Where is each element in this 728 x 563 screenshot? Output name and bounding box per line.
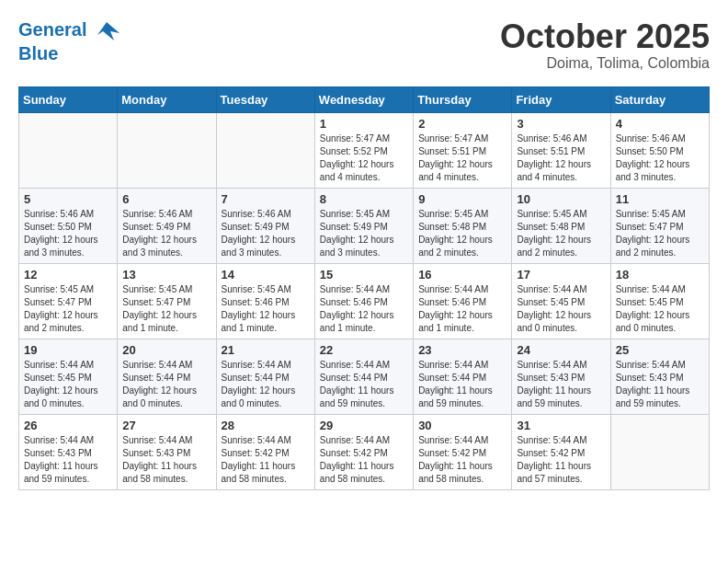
day-info: Sunrise: 5:44 AM Sunset: 5:42 PM Dayligh… bbox=[517, 434, 605, 486]
day-number: 14 bbox=[222, 268, 310, 282]
calendar-cell: 7Sunrise: 5:46 AM Sunset: 5:49 PM Daylig… bbox=[216, 188, 314, 263]
calendar-cell: 14Sunrise: 5:45 AM Sunset: 5:46 PM Dayli… bbox=[216, 263, 314, 339]
weekday-header-row: SundayMondayTuesdayWednesdayThursdayFrid… bbox=[19, 86, 710, 112]
calendar-cell: 19Sunrise: 5:44 AM Sunset: 5:45 PM Dayli… bbox=[19, 339, 118, 414]
weekday-header-sunday: Sunday bbox=[19, 86, 118, 112]
calendar-cell: 23Sunrise: 5:44 AM Sunset: 5:44 PM Dayli… bbox=[414, 339, 512, 414]
weekday-header-saturday: Saturday bbox=[610, 86, 709, 112]
day-info: Sunrise: 5:44 AM Sunset: 5:45 PM Dayligh… bbox=[517, 283, 605, 335]
day-number: 8 bbox=[320, 192, 408, 206]
title-block: October 2025 Doima, Tolima, Colombia bbox=[500, 18, 710, 72]
weekday-header-wednesday: Wednesday bbox=[314, 86, 413, 112]
calendar-cell: 17Sunrise: 5:44 AM Sunset: 5:45 PM Dayli… bbox=[512, 263, 610, 339]
day-info: Sunrise: 5:46 AM Sunset: 5:49 PM Dayligh… bbox=[122, 208, 210, 259]
calendar-cell: 5Sunrise: 5:46 AM Sunset: 5:50 PM Daylig… bbox=[19, 188, 118, 263]
day-info: Sunrise: 5:45 AM Sunset: 5:48 PM Dayligh… bbox=[418, 208, 506, 259]
day-number: 18 bbox=[616, 268, 704, 282]
day-info: Sunrise: 5:47 AM Sunset: 5:52 PM Dayligh… bbox=[320, 132, 408, 184]
day-number: 22 bbox=[320, 343, 408, 357]
day-number: 30 bbox=[418, 419, 506, 432]
calendar-cell: 10Sunrise: 5:45 AM Sunset: 5:48 PM Dayli… bbox=[512, 188, 610, 263]
calendar-cell: 20Sunrise: 5:44 AM Sunset: 5:44 PM Dayli… bbox=[118, 339, 216, 414]
day-info: Sunrise: 5:44 AM Sunset: 5:46 PM Dayligh… bbox=[418, 283, 506, 335]
month-title: October 2025 bbox=[500, 18, 710, 55]
calendar-cell bbox=[610, 414, 709, 489]
day-info: Sunrise: 5:44 AM Sunset: 5:43 PM Dayligh… bbox=[616, 359, 704, 410]
day-number: 23 bbox=[418, 343, 506, 357]
day-number: 10 bbox=[517, 192, 605, 206]
day-number: 2 bbox=[418, 117, 506, 131]
day-number: 15 bbox=[320, 268, 408, 282]
calendar-week-row: 19Sunrise: 5:44 AM Sunset: 5:45 PM Dayli… bbox=[19, 339, 710, 414]
calendar-cell: 29Sunrise: 5:44 AM Sunset: 5:42 PM Dayli… bbox=[314, 414, 413, 489]
page-header: General Blue October 2025 Doima, Tolima,… bbox=[18, 18, 710, 72]
day-number: 5 bbox=[24, 192, 112, 206]
day-info: Sunrise: 5:44 AM Sunset: 5:42 PM Dayligh… bbox=[222, 434, 310, 486]
day-info: Sunrise: 5:45 AM Sunset: 5:47 PM Dayligh… bbox=[24, 283, 112, 335]
day-info: Sunrise: 5:44 AM Sunset: 5:42 PM Dayligh… bbox=[418, 434, 506, 486]
day-number: 4 bbox=[616, 117, 704, 131]
day-info: Sunrise: 5:44 AM Sunset: 5:44 PM Dayligh… bbox=[418, 359, 506, 410]
day-number: 20 bbox=[122, 343, 210, 357]
calendar-cell: 30Sunrise: 5:44 AM Sunset: 5:42 PM Dayli… bbox=[414, 414, 512, 489]
day-info: Sunrise: 5:44 AM Sunset: 5:44 PM Dayligh… bbox=[222, 359, 310, 410]
day-info: Sunrise: 5:44 AM Sunset: 5:43 PM Dayligh… bbox=[122, 434, 210, 486]
day-info: Sunrise: 5:44 AM Sunset: 5:43 PM Dayligh… bbox=[517, 359, 605, 410]
day-info: Sunrise: 5:46 AM Sunset: 5:50 PM Dayligh… bbox=[24, 208, 112, 259]
calendar-cell: 11Sunrise: 5:45 AM Sunset: 5:47 PM Dayli… bbox=[610, 188, 709, 263]
calendar-cell bbox=[118, 112, 216, 188]
day-number: 24 bbox=[517, 343, 605, 357]
calendar-cell: 4Sunrise: 5:46 AM Sunset: 5:50 PM Daylig… bbox=[610, 112, 709, 188]
logo-general: General bbox=[18, 19, 86, 40]
logo-blue: Blue bbox=[18, 44, 119, 63]
day-info: Sunrise: 5:46 AM Sunset: 5:51 PM Dayligh… bbox=[517, 132, 605, 184]
day-number: 28 bbox=[222, 419, 310, 432]
calendar-cell: 16Sunrise: 5:44 AM Sunset: 5:46 PM Dayli… bbox=[414, 263, 512, 339]
day-info: Sunrise: 5:44 AM Sunset: 5:44 PM Dayligh… bbox=[122, 359, 210, 410]
calendar-cell: 24Sunrise: 5:44 AM Sunset: 5:43 PM Dayli… bbox=[512, 339, 610, 414]
day-number: 6 bbox=[122, 192, 210, 206]
calendar-cell: 25Sunrise: 5:44 AM Sunset: 5:43 PM Dayli… bbox=[610, 339, 709, 414]
day-number: 31 bbox=[517, 419, 605, 432]
calendar-cell bbox=[19, 112, 118, 188]
day-number: 19 bbox=[24, 343, 112, 357]
day-info: Sunrise: 5:47 AM Sunset: 5:51 PM Dayligh… bbox=[418, 132, 506, 184]
day-number: 9 bbox=[418, 192, 506, 206]
day-info: Sunrise: 5:45 AM Sunset: 5:46 PM Dayligh… bbox=[222, 283, 310, 335]
day-number: 1 bbox=[320, 117, 408, 131]
day-info: Sunrise: 5:44 AM Sunset: 5:42 PM Dayligh… bbox=[320, 434, 408, 486]
day-info: Sunrise: 5:46 AM Sunset: 5:50 PM Dayligh… bbox=[616, 132, 704, 184]
calendar-cell: 22Sunrise: 5:44 AM Sunset: 5:44 PM Dayli… bbox=[314, 339, 413, 414]
day-info: Sunrise: 5:44 AM Sunset: 5:45 PM Dayligh… bbox=[24, 359, 112, 410]
calendar-cell: 12Sunrise: 5:45 AM Sunset: 5:47 PM Dayli… bbox=[19, 263, 118, 339]
weekday-header-thursday: Thursday bbox=[414, 86, 512, 112]
day-info: Sunrise: 5:44 AM Sunset: 5:45 PM Dayligh… bbox=[616, 283, 704, 335]
calendar-cell: 2Sunrise: 5:47 AM Sunset: 5:51 PM Daylig… bbox=[414, 112, 512, 188]
day-info: Sunrise: 5:46 AM Sunset: 5:49 PM Dayligh… bbox=[222, 208, 310, 259]
weekday-header-monday: Monday bbox=[118, 86, 216, 112]
svg-marker-0 bbox=[97, 22, 119, 40]
day-info: Sunrise: 5:45 AM Sunset: 5:49 PM Dayligh… bbox=[320, 208, 408, 259]
logo: General Blue bbox=[18, 18, 119, 63]
calendar-cell: 28Sunrise: 5:44 AM Sunset: 5:42 PM Dayli… bbox=[216, 414, 314, 489]
day-number: 11 bbox=[616, 192, 704, 206]
day-number: 25 bbox=[616, 343, 704, 357]
day-number: 21 bbox=[222, 343, 310, 357]
calendar-cell: 27Sunrise: 5:44 AM Sunset: 5:43 PM Dayli… bbox=[118, 414, 216, 489]
calendar-cell: 31Sunrise: 5:44 AM Sunset: 5:42 PM Dayli… bbox=[512, 414, 610, 489]
weekday-header-tuesday: Tuesday bbox=[216, 86, 314, 112]
day-number: 12 bbox=[24, 268, 112, 282]
day-info: Sunrise: 5:44 AM Sunset: 5:46 PM Dayligh… bbox=[320, 283, 408, 335]
day-info: Sunrise: 5:45 AM Sunset: 5:47 PM Dayligh… bbox=[616, 208, 704, 259]
day-number: 17 bbox=[517, 268, 605, 282]
weekday-header-friday: Friday bbox=[512, 86, 610, 112]
day-number: 3 bbox=[517, 117, 605, 131]
calendar-cell: 13Sunrise: 5:45 AM Sunset: 5:47 PM Dayli… bbox=[118, 263, 216, 339]
day-number: 26 bbox=[24, 419, 112, 432]
calendar-cell: 26Sunrise: 5:44 AM Sunset: 5:43 PM Dayli… bbox=[19, 414, 118, 489]
calendar-cell: 21Sunrise: 5:44 AM Sunset: 5:44 PM Dayli… bbox=[216, 339, 314, 414]
calendar-cell: 9Sunrise: 5:45 AM Sunset: 5:48 PM Daylig… bbox=[414, 188, 512, 263]
calendar-cell: 3Sunrise: 5:46 AM Sunset: 5:51 PM Daylig… bbox=[512, 112, 610, 188]
calendar-week-row: 5Sunrise: 5:46 AM Sunset: 5:50 PM Daylig… bbox=[19, 188, 710, 263]
calendar-week-row: 26Sunrise: 5:44 AM Sunset: 5:43 PM Dayli… bbox=[19, 414, 710, 489]
